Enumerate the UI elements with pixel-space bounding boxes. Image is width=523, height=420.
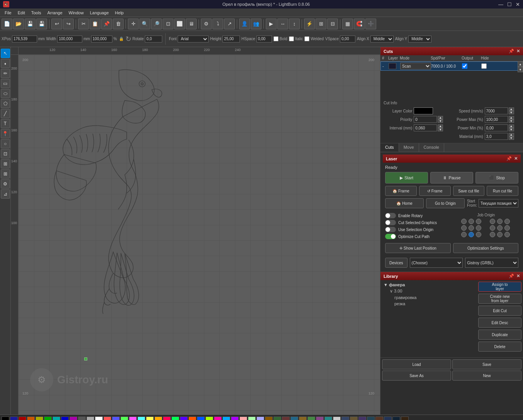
lib-version[interactable]: ∨ 3.00 [382, 288, 475, 294]
xpos-input[interactable] [12, 36, 37, 43]
devices-select[interactable]: (Choose) [410, 258, 463, 268]
minimize-btn[interactable]: — [498, 2, 503, 7]
ellipse-tool[interactable]: ⬭ [1, 89, 10, 98]
origin-dot2-tc[interactable] [497, 219, 503, 224]
origin-dot-tr[interactable] [476, 219, 481, 224]
menu-window[interactable]: Window [66, 10, 87, 16]
swatch-29[interactable] [248, 417, 256, 420]
offset-tool[interactable]: ⊡ [1, 149, 10, 158]
cuts-close-icon[interactable]: ✕ [516, 49, 520, 54]
tab-cuts[interactable]: Cuts [380, 143, 399, 152]
optimize-cut-toggle[interactable] [385, 234, 396, 239]
text-tool[interactable]: T [1, 119, 10, 128]
menu-tools[interactable]: Tools [28, 10, 44, 16]
lib-root-fanera[interactable]: ▼ фанера [382, 282, 475, 288]
swatch-1[interactable] [10, 417, 18, 420]
swatch-22[interactable] [188, 417, 196, 420]
duplicate-btn[interactable]: Duplicate [478, 330, 521, 340]
select-tool[interactable]: ↖ [1, 49, 10, 58]
copy-btn[interactable]: 📋 [90, 19, 100, 29]
origin-dot-mc[interactable] [469, 225, 474, 231]
export-btn[interactable]: ↗ [224, 19, 235, 29]
canvas-area[interactable]: 120 140 160 180 200 220 240 200 180 160 … [11, 47, 380, 415]
swatch-28[interactable] [239, 417, 247, 420]
power-max-up[interactable]: ▲ [509, 116, 514, 119]
swatch-41[interactable] [350, 417, 358, 420]
lock-icon[interactable]: 🔒 [119, 36, 124, 42]
polygon-tool[interactable]: ⬠ [1, 99, 10, 108]
swatch-2[interactable] [19, 417, 26, 420]
font-select[interactable]: Arial [178, 36, 209, 43]
swatch-14[interactable] [121, 417, 128, 420]
power-max-input[interactable] [485, 116, 508, 123]
swatch-23[interactable] [197, 417, 205, 420]
speed-up[interactable]: ▲ [509, 107, 514, 111]
align-btn[interactable]: ⊞ [316, 19, 326, 29]
devices-btn[interactable]: Devices [385, 258, 408, 268]
cuts-row-0[interactable]: - Scan Cut 7000.0 / 100.0 [380, 61, 523, 71]
swatch-43[interactable] [367, 417, 375, 420]
home-btn[interactable]: 🏠 Home [385, 198, 424, 208]
width-pct-input[interactable] [91, 36, 112, 43]
frame-btn-1[interactable]: 🏠 Frame [385, 186, 417, 196]
hspace-input[interactable] [256, 36, 272, 43]
swatch-15[interactable] [129, 417, 137, 420]
swatch-4[interactable] [36, 417, 43, 420]
material-input[interactable] [485, 133, 508, 140]
swatch-33[interactable] [282, 417, 290, 420]
swatch-7[interactable] [61, 417, 69, 420]
window-controls[interactable]: — ☐ ✕ [498, 2, 520, 7]
origin-dot2-mc[interactable] [497, 225, 503, 231]
library-close-icon[interactable]: ✕ [516, 274, 520, 279]
assign-to-layer-btn[interactable]: Assign to layer [478, 282, 521, 292]
lib-item-gravir[interactable]: гравировка [382, 294, 475, 301]
swatch-24[interactable] [205, 417, 213, 420]
grid-tool[interactable]: ⊞ [1, 169, 10, 179]
shape-tool[interactable]: ⊿ [1, 189, 10, 199]
save-cut-file-btn[interactable]: Save cut file [453, 186, 485, 196]
material-down[interactable]: ▼ [509, 136, 514, 140]
delete-btn[interactable]: Delete [478, 342, 521, 352]
swatch-18[interactable] [155, 417, 162, 420]
grid[interactable]: ⚙ Gistroy.ru 200 200 120 120 [19, 55, 380, 415]
pin-tool[interactable]: 📍 [1, 129, 10, 138]
cut-btn[interactable]: ✂ [78, 19, 89, 29]
frame-btn[interactable]: ⬜ [174, 19, 185, 29]
move-btn[interactable]: ✛ [128, 19, 139, 29]
swatch-20[interactable] [172, 417, 179, 420]
optimization-settings-btn[interactable]: Optimization Settings [453, 243, 519, 253]
save-as-btn[interactable]: Save As [382, 371, 451, 381]
swatch-32[interactable] [273, 417, 281, 420]
open-btn[interactable]: 📂 [13, 19, 24, 29]
preview-btn[interactable]: 🖥 [186, 19, 197, 29]
priority-up[interactable]: ▲ [438, 116, 443, 119]
canvas[interactable]: ⚙ Gistroy.ru 200 200 120 120 [19, 55, 380, 415]
power-min-up[interactable]: ▲ [509, 124, 514, 128]
menu-file[interactable]: File [2, 10, 15, 16]
redo-btn[interactable]: ↪ [63, 19, 74, 29]
zoom-in-btn[interactable]: 🔍 [139, 19, 150, 29]
swatch-6[interactable] [53, 417, 60, 420]
menu-language[interactable]: Language [87, 10, 112, 16]
undo-btn[interactable]: ↩ [51, 19, 62, 29]
weld-tool[interactable]: ⊞ [1, 159, 10, 168]
maximize-btn[interactable]: ☐ [507, 2, 512, 7]
mode-select[interactable]: Scan Cut [400, 63, 431, 70]
import-btn[interactable]: ⤵ [212, 19, 223, 29]
swatch-30[interactable] [256, 417, 264, 420]
alignx-select[interactable]: Middle [370, 36, 394, 43]
aligny-select[interactable]: Middle [408, 36, 431, 43]
swatch-38[interactable] [324, 417, 332, 420]
snap-btn[interactable]: 🧲 [354, 19, 365, 29]
start-button[interactable]: ▶ Start [385, 172, 428, 184]
swatch-3[interactable] [27, 417, 35, 420]
swatch-31[interactable] [265, 417, 273, 420]
swatch-37[interactable] [316, 417, 324, 420]
rotate-input[interactable] [145, 36, 162, 43]
origin-dot2-br[interactable] [504, 232, 510, 237]
stop-button[interactable]: ⬛ Stop [475, 172, 518, 184]
swatch-19[interactable] [163, 417, 171, 420]
interval-up[interactable]: ▲ [438, 124, 443, 128]
swatch-9[interactable] [78, 417, 86, 420]
start-from-select[interactable]: Текущая позиция [479, 199, 518, 207]
